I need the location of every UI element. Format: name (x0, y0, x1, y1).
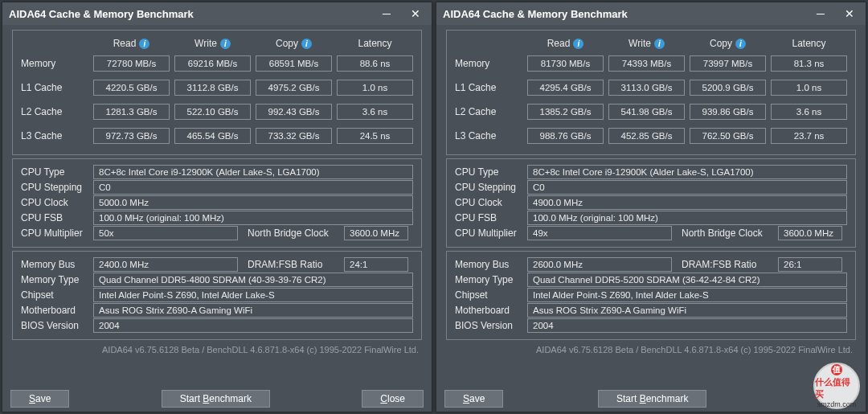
row-l3-label: L3 Cache (21, 130, 93, 141)
mem-bus-value: 2400.0 MHz (94, 260, 154, 269)
watermark-icon: 值 (831, 364, 842, 375)
button-bar: Save Start Benchmark Close (2, 386, 432, 412)
chipset-label: Chipset (455, 289, 527, 301)
start-benchmark-button[interactable]: Start Benchmark (162, 390, 270, 408)
cpu-clock-label: CPU Clock (21, 197, 93, 208)
version-footer: AIDA64 v6.75.6128 Beta / BenchDLL 4.6.87… (12, 343, 422, 356)
info-icon[interactable]: i (654, 39, 665, 49)
info-icon[interactable]: i (301, 39, 312, 49)
cpu-stepping-label: CPU Stepping (455, 182, 527, 193)
l1-copy: 5200.9 GB/s (690, 80, 766, 96)
memory-write: 74393 MB/s (608, 55, 685, 72)
bios-label: BIOS Version (455, 320, 527, 331)
chipset-value: Intel Alder Point-S Z690, Intel Alder La… (528, 290, 714, 300)
memory-read: 72780 MB/s (93, 55, 170, 72)
benchmark-panel: Readi Writei Copyi Latency Memory72780 M… (12, 30, 422, 155)
l3-write: 452.85 GB/s (608, 128, 685, 144)
motherboard-label: Motherboard (21, 305, 93, 316)
window-title: AIDA64 Cache & Memory Benchmark (9, 8, 194, 20)
save-button[interactable]: Save (444, 390, 503, 408)
chipset-label: Chipset (21, 289, 93, 301)
l3-latency: 24.5 ns (337, 128, 413, 144)
l2-read: 1281.3 GB/s (93, 104, 170, 120)
col-read-label: Read (547, 38, 571, 49)
l3-copy: 733.32 GB/s (256, 128, 332, 144)
nb-clock-label: North Bridge Clock (677, 227, 773, 239)
titlebar[interactable]: AIDA64 Cache & Memory Benchmark ─ ✕ (436, 2, 866, 25)
bios-label: BIOS Version (21, 320, 93, 331)
close-icon[interactable]: ✕ (840, 6, 859, 22)
l3-write: 465.54 GB/s (174, 128, 251, 144)
watermark-text-en: smzdm.com (817, 400, 857, 408)
l3-copy: 762.50 GB/s (690, 128, 766, 144)
minimize-icon[interactable]: ─ (377, 6, 396, 22)
row-l1-label: L1 Cache (21, 82, 93, 93)
info-icon[interactable]: i (735, 39, 746, 49)
row-l2-label: L2 Cache (455, 106, 527, 117)
l1-copy: 4975.2 GB/s (256, 80, 332, 96)
cpu-info-panel: CPU Type8C+8c Intel Core i9-12900K (Alde… (12, 158, 422, 248)
cpu-info-panel: CPU Type8C+8c Intel Core i9-12900K (Alde… (446, 158, 856, 248)
start-benchmark-button[interactable]: Start Benchmark (598, 390, 706, 408)
benchmark-window-right: AIDA64 Cache & Memory Benchmark ─ ✕ Read… (436, 2, 866, 412)
cpu-fsb-value: 100.0 MHz (original: 100 MHz) (528, 213, 663, 223)
close-button[interactable]: Close (362, 390, 424, 408)
l3-read: 988.76 GB/s (527, 128, 604, 144)
cpu-type-label: CPU Type (21, 166, 93, 178)
cpu-fsb-label: CPU FSB (455, 212, 527, 223)
motherboard-value: Asus ROG Strix Z690-A Gaming WiFi (528, 305, 691, 315)
mem-type-value: Quad Channel DDR5-5200 SDRAM (36-42-42-8… (528, 275, 765, 285)
info-icon[interactable]: i (220, 39, 231, 49)
close-icon[interactable]: ✕ (406, 6, 425, 22)
dram-fsb-label: DRAM:FSB Ratio (677, 259, 773, 270)
bios-value: 2004 (528, 321, 559, 330)
cpu-fsb-value: 100.0 MHz (original: 100 MHz) (94, 213, 229, 223)
cpu-mult-label: CPU Multiplier (455, 227, 527, 239)
dram-fsb-value: 24:1 (345, 260, 372, 269)
button-bar: Save Start Benchmark (436, 386, 866, 412)
l3-latency: 23.7 ns (771, 128, 847, 144)
cpu-clock-value: 4900.0 MHz (528, 198, 588, 207)
l2-read: 1385.2 GB/s (527, 104, 604, 120)
l3-read: 972.73 GB/s (93, 128, 170, 144)
version-footer: AIDA64 v6.75.6128 Beta / BenchDLL 4.6.87… (446, 343, 856, 356)
cpu-stepping-value: C0 (528, 182, 550, 192)
info-icon[interactable]: i (573, 39, 583, 49)
col-copy-label: Copy (276, 38, 298, 49)
col-latency-label: Latency (792, 38, 825, 49)
cpu-fsb-label: CPU FSB (21, 212, 93, 223)
cpu-stepping-value: C0 (94, 182, 116, 192)
info-icon[interactable]: i (139, 39, 149, 49)
titlebar[interactable]: AIDA64 Cache & Memory Benchmark ─ ✕ (2, 2, 432, 25)
cpu-clock-value: 5000.0 MHz (94, 198, 154, 207)
l1-latency: 1.0 ns (771, 80, 847, 96)
dram-fsb-value: 26:1 (779, 260, 806, 269)
row-l3-label: L3 Cache (455, 130, 527, 141)
watermark-badge: 值 什么值得买 smzdm.com (813, 363, 860, 409)
row-memory-label: Memory (455, 58, 527, 69)
motherboard-label: Motherboard (455, 305, 527, 316)
col-copy-label: Copy (710, 38, 732, 49)
memory-copy: 73997 MB/s (690, 55, 766, 72)
memory-info-panel: Memory Bus2400.0 MHzDRAM:FSB Ratio24:1 M… (12, 251, 422, 340)
memory-latency: 81.3 ns (771, 55, 847, 72)
watermark-text-zh: 什么值得买 (815, 376, 858, 400)
cpu-type-label: CPU Type (455, 166, 527, 178)
l1-write: 3113.0 GB/s (608, 80, 685, 96)
row-memory-label: Memory (21, 58, 93, 69)
chipset-value: Intel Alder Point-S Z690, Intel Alder La… (94, 290, 280, 300)
row-l2-label: L2 Cache (21, 106, 93, 117)
cpu-clock-label: CPU Clock (455, 197, 527, 208)
mem-bus-label: Memory Bus (21, 259, 93, 270)
nb-clock-value: 3600.0 MHz (779, 228, 838, 238)
mem-type-value: Quad Channel DDR5-4800 SDRAM (40-39-39-7… (94, 275, 331, 285)
benchmark-window-left: AIDA64 Cache & Memory Benchmark ─ ✕ Read… (2, 2, 432, 412)
l1-read: 4295.4 GB/s (527, 80, 604, 96)
minimize-icon[interactable]: ─ (811, 6, 830, 22)
col-write-label: Write (194, 38, 217, 49)
motherboard-value: Asus ROG Strix Z690-A Gaming WiFi (94, 305, 257, 315)
save-button[interactable]: Save (10, 390, 69, 408)
benchmark-panel: Readi Writei Copyi Latency Memory81730 M… (446, 30, 856, 155)
bios-value: 2004 (94, 321, 125, 330)
l2-latency: 3.6 ns (337, 104, 413, 120)
